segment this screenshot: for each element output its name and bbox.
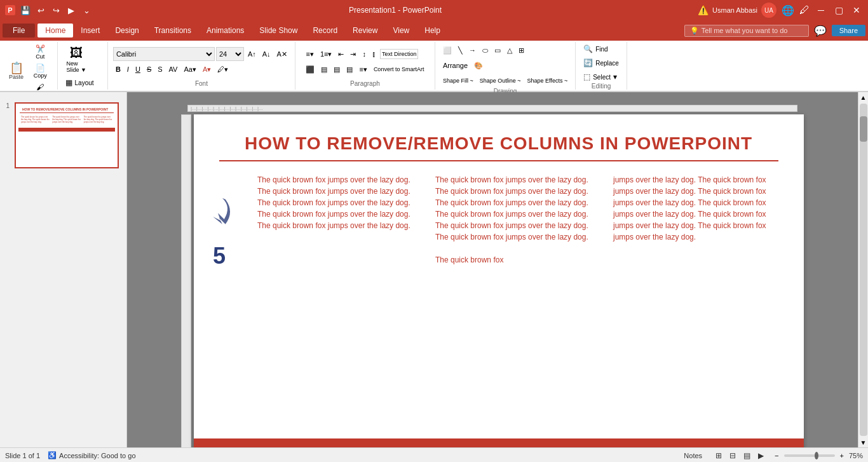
strikethrough-button[interactable]: S bbox=[144, 62, 154, 76]
numbering-button[interactable]: 1≡▾ bbox=[318, 47, 335, 61]
customize-button[interactable]: ⌄ bbox=[80, 4, 93, 17]
tab-insert[interactable]: Insert bbox=[73, 24, 107, 37]
new-slide-icon: 🖼 bbox=[70, 46, 83, 60]
convert-smartart-button[interactable]: Convert to SmartArt bbox=[371, 62, 427, 76]
maximize-button[interactable]: ▢ bbox=[832, 4, 845, 17]
tab-help[interactable]: Help bbox=[417, 24, 448, 37]
change-case-button[interactable]: Aa▾ bbox=[181, 62, 198, 76]
presentation-view-button[interactable]: ▶ bbox=[754, 449, 767, 462]
align-center-button[interactable]: ▤ bbox=[318, 62, 330, 76]
zoom-thumb[interactable] bbox=[815, 452, 818, 459]
reading-view-button[interactable]: ▤ bbox=[740, 449, 753, 462]
clipboard-secondary: ✂️ Cut 📄 Copy 🖌 Format bbox=[29, 43, 52, 99]
slide-thumbnail-1[interactable]: HOW TO REMOVE/REMOVE COLUMNS IN POWERPOI… bbox=[15, 102, 119, 168]
slide-1[interactable]: HOW TO REMOVE/REMOVE COLUMNS IN POWERPOI… bbox=[194, 114, 804, 447]
tab-animations[interactable]: Animations bbox=[199, 24, 252, 37]
font-color-button[interactable]: A▾ bbox=[200, 62, 214, 76]
font-size-decrease-button[interactable]: A↓ bbox=[260, 47, 273, 61]
editing-group: 🔍 Find 🔄 Replace ⬚ Select ▾ Editing bbox=[576, 42, 627, 90]
align-left-button[interactable]: ⬛ bbox=[303, 62, 317, 76]
accessibility-status[interactable]: ♿ Accessibility: Good to go bbox=[48, 451, 135, 459]
scroll-down-button[interactable]: ▼ bbox=[858, 437, 869, 447]
tab-transitions[interactable]: Transitions bbox=[147, 24, 199, 37]
para-row1: ≡▾ 1≡▾ ⇤ ⇥ ↕ ⫿ Text Direction bbox=[303, 47, 426, 61]
line-spacing-button[interactable]: ↕ bbox=[360, 47, 369, 61]
tab-review[interactable]: Review bbox=[345, 24, 385, 37]
find-button[interactable]: 🔍 Find bbox=[581, 43, 610, 55]
copy-button[interactable]: 📄 Copy bbox=[29, 62, 52, 80]
shape-line-button[interactable]: ╲ bbox=[456, 43, 465, 57]
bold-button[interactable]: B bbox=[113, 62, 123, 76]
underline-button[interactable]: U bbox=[133, 62, 143, 76]
quick-styles-button[interactable]: 🎨 bbox=[471, 58, 485, 72]
align-text-button[interactable]: ≡▾ bbox=[356, 62, 369, 76]
increase-indent-button[interactable]: ⇥ bbox=[348, 47, 358, 61]
canvas-with-ruler: HOW TO REMOVE/REMOVE COLUMNS IN POWERPOI… bbox=[181, 114, 804, 447]
zoom-in-button[interactable]: + bbox=[837, 449, 846, 463]
shape-outline-button[interactable]: Shape Outline ~ bbox=[477, 74, 524, 88]
shadow-button[interactable]: S bbox=[155, 62, 165, 76]
slide-thumb-content: HOW TO REMOVE/REMOVE COLUMNS IN POWERPOI… bbox=[16, 104, 118, 167]
tab-file[interactable]: File bbox=[3, 24, 35, 37]
save-button[interactable]: 💾 bbox=[19, 4, 32, 17]
shape-triangle-button[interactable]: △ bbox=[505, 43, 515, 57]
char-spacing-button[interactable]: AV bbox=[166, 62, 180, 76]
scroll-up-button[interactable]: ▲ bbox=[858, 92, 869, 102]
columns-button[interactable]: ⫿ bbox=[370, 47, 379, 61]
tab-record[interactable]: Record bbox=[305, 24, 345, 37]
bullets-button[interactable]: ≡▾ bbox=[303, 47, 316, 61]
select-label: Select bbox=[593, 74, 611, 81]
comments-icon[interactable]: 🌐 bbox=[782, 4, 794, 17]
scroll-thumb[interactable] bbox=[860, 116, 867, 142]
slide-title: HOW TO REMOVE/REMOVE COLUMNS IN POWERPOI… bbox=[219, 114, 778, 161]
paste-button[interactable]: 📋 Paste bbox=[5, 52, 27, 90]
slide-sorter-button[interactable]: ⊟ bbox=[726, 449, 739, 462]
normal-view-button[interactable]: ⊞ bbox=[712, 449, 725, 462]
zoom-slider[interactable] bbox=[784, 454, 835, 457]
shape-effects-button[interactable]: Shape Effects ~ bbox=[525, 74, 571, 88]
highlight-button[interactable]: 🖊▾ bbox=[215, 62, 231, 76]
close-button[interactable]: ✕ bbox=[850, 4, 863, 17]
comments-button[interactable]: 💬 bbox=[814, 25, 827, 37]
layout-button[interactable]: ▦ Layout bbox=[63, 77, 97, 88]
scroll-track[interactable] bbox=[860, 104, 867, 436]
shape-rect-button[interactable]: ▭ bbox=[492, 43, 503, 57]
undo-button[interactable]: ↩ bbox=[34, 4, 47, 17]
notes-button[interactable]: Notes bbox=[679, 452, 707, 459]
notification-icon[interactable]: 🖊 bbox=[799, 4, 810, 16]
tab-slideshow[interactable]: Slide Show bbox=[252, 24, 305, 37]
tab-home[interactable]: Home bbox=[37, 24, 73, 37]
font-family-select[interactable]: Calibri bbox=[113, 47, 215, 61]
font-group-content: Calibri 24 A↑ A↓ A✕ B I U S S bbox=[113, 43, 290, 80]
font-size-select[interactable]: 24 bbox=[216, 47, 244, 61]
text-direction-button[interactable]: Text Direction bbox=[380, 49, 419, 59]
search-input[interactable] bbox=[702, 27, 803, 34]
new-slide-button[interactable]: 🖼 NewSlide ▼ bbox=[63, 43, 90, 76]
arrange-button[interactable]: Arrange bbox=[440, 58, 470, 72]
font-size-increase-button[interactable]: A↑ bbox=[245, 47, 259, 61]
shape-arrow-button[interactable]: → bbox=[466, 43, 478, 57]
shape-select-button[interactable]: ⬜ bbox=[440, 43, 454, 57]
tab-design[interactable]: Design bbox=[107, 24, 146, 37]
share-button[interactable]: Share bbox=[832, 25, 865, 36]
justify-button[interactable]: ▤ bbox=[344, 62, 355, 76]
minimize-button[interactable]: ─ bbox=[815, 4, 827, 17]
ribbon-content: 📋 Paste ✂️ Cut 📄 Copy 🖌 Format bbox=[0, 41, 868, 92]
accessibility-label: Accessibility: Good to go bbox=[59, 452, 135, 459]
shape-gallery-button[interactable]: ⊞ bbox=[516, 43, 527, 57]
italic-button[interactable]: I bbox=[125, 62, 132, 76]
shape-fill-button[interactable]: Shape Fill ~ bbox=[440, 74, 476, 88]
align-right-button[interactable]: ▤ bbox=[331, 62, 342, 76]
replace-button[interactable]: 🔄 Replace bbox=[581, 57, 621, 69]
vertical-scrollbar[interactable]: ▲ ▼ bbox=[858, 92, 868, 447]
tab-view[interactable]: View bbox=[385, 24, 417, 37]
select-button[interactable]: ⬚ Select ▾ bbox=[581, 71, 620, 83]
search-bar[interactable]: 💡 bbox=[684, 25, 809, 37]
zoom-out-button[interactable]: − bbox=[772, 449, 781, 463]
present-button[interactable]: ▶ bbox=[65, 4, 78, 17]
decrease-indent-button[interactable]: ⇤ bbox=[336, 47, 346, 61]
cut-button[interactable]: ✂️ Cut bbox=[29, 43, 52, 61]
clear-formatting-button[interactable]: A✕ bbox=[275, 47, 290, 61]
shape-oval-button[interactable]: ⬭ bbox=[480, 43, 491, 57]
redo-button[interactable]: ↪ bbox=[50, 4, 62, 17]
